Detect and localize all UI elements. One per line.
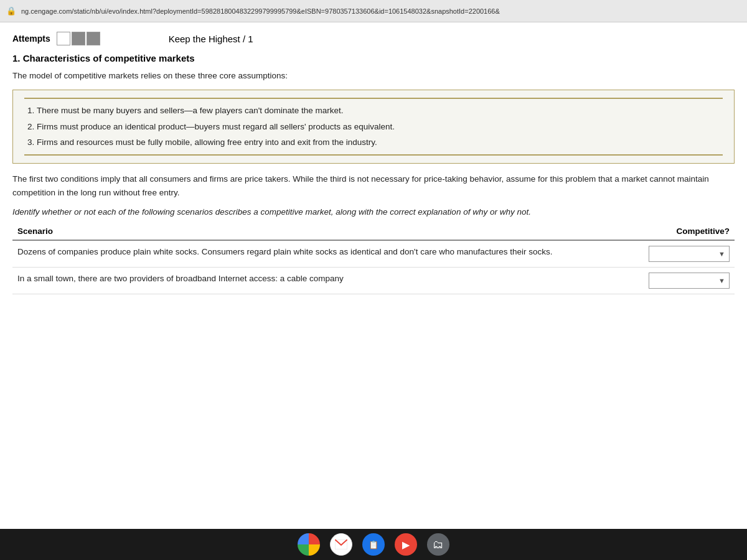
attempts-boxes bbox=[57, 32, 100, 45]
attempts-label: Attempts bbox=[12, 34, 50, 44]
table-row-2: In a small town, there are two providers… bbox=[12, 267, 735, 294]
gmail-icon[interactable] bbox=[330, 533, 352, 556]
body-text-1: The first two conditions imply that all … bbox=[12, 172, 735, 199]
attempts-box-2[interactable] bbox=[72, 32, 85, 45]
identify-text: Identify whether or not each of the foll… bbox=[12, 205, 735, 219]
assumptions-list: There must be many buyers and sellers—a … bbox=[24, 104, 723, 149]
table-row: Dozens of companies produce plain white … bbox=[12, 240, 735, 268]
youtube-icon[interactable]: ▶ bbox=[395, 533, 417, 556]
browser-bar: 🔒 ng.cengage.com/static/nb/ui/evo/index.… bbox=[0, 0, 747, 22]
section-title: 1. Characteristics of competitive market… bbox=[12, 53, 735, 63]
assumption-1: There must be many buyers and sellers—a … bbox=[37, 104, 723, 118]
taskbar: 📋 ▶ 🗂 bbox=[0, 529, 747, 560]
scenario-table: Scenario Competitive? Dozens of companie… bbox=[12, 223, 735, 294]
attempts-box-1[interactable] bbox=[57, 32, 70, 45]
assumptions-box: There must be many buyers and sellers—a … bbox=[12, 90, 735, 164]
content-area: Attempts Keep the Highest / 1 1. Charact… bbox=[0, 22, 747, 529]
page: Attempts Keep the Highest / 1 1. Charact… bbox=[0, 22, 747, 529]
competitive-dropdown-1[interactable] bbox=[649, 246, 730, 262]
blue-app-icon[interactable]: 📋 bbox=[362, 533, 385, 556]
chrome-icon[interactable] bbox=[298, 533, 320, 556]
assumption-2: Firms must produce an identical product—… bbox=[37, 120, 723, 134]
dropdown-cell-2[interactable] bbox=[635, 267, 735, 294]
url-bar[interactable]: ng.cengage.com/static/nb/ui/evo/index.ht… bbox=[21, 7, 741, 15]
competitive-dropdown-2[interactable] bbox=[649, 273, 730, 289]
dropdown-cell-1[interactable] bbox=[635, 240, 735, 268]
keep-highest-label: Keep the Highest / 1 bbox=[169, 34, 253, 44]
attempts-row: Attempts Keep the Highest / 1 bbox=[12, 32, 735, 45]
intro-text: The model of competitive markets relies … bbox=[12, 70, 735, 82]
col-header-scenario: Scenario bbox=[12, 223, 635, 240]
lock-icon: 🔒 bbox=[6, 6, 16, 16]
col-header-competitive: Competitive? bbox=[635, 223, 735, 240]
attempts-box-3[interactable] bbox=[87, 32, 100, 45]
folder-icon[interactable]: 🗂 bbox=[427, 533, 449, 556]
scenario-cell-1: Dozens of companies produce plain white … bbox=[12, 240, 635, 268]
assumption-3: Firms and resources must be fully mobile… bbox=[37, 136, 723, 149]
scenario-cell-2: In a small town, there are two providers… bbox=[12, 267, 635, 294]
